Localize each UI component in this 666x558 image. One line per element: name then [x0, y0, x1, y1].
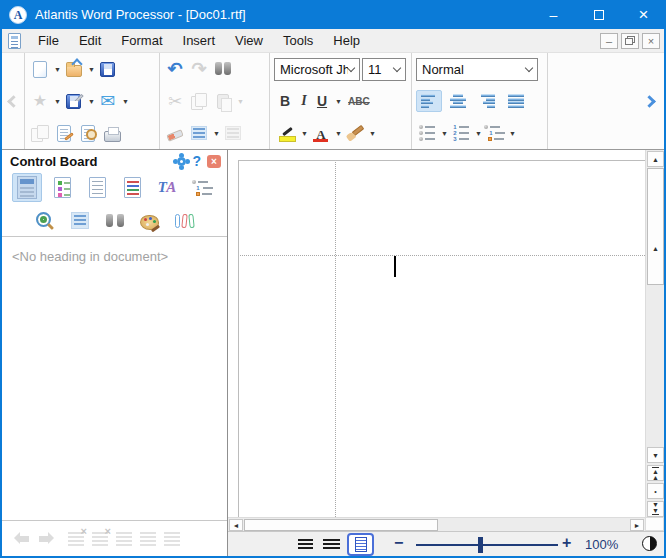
favorites-dropdown[interactable]: ▼ — [54, 98, 61, 105]
print-preview-button[interactable] — [77, 120, 99, 146]
font-color-dropdown[interactable]: ▼ — [335, 130, 342, 137]
previous-page-button[interactable]: ▲▲ — [647, 465, 664, 481]
select-all-headings-button[interactable] — [164, 532, 180, 546]
delete-heading-button[interactable] — [68, 532, 84, 546]
browse-object-button[interactable]: • — [647, 483, 664, 499]
headings-view-button[interactable] — [12, 173, 42, 202]
print-layout-view-button[interactable] — [347, 533, 374, 556]
format-painter-dropdown[interactable]: ▼ — [369, 130, 376, 137]
paragraph-format-button[interactable] — [188, 120, 210, 146]
fields-view-button[interactable] — [82, 173, 112, 202]
document-options-button[interactable] — [53, 120, 75, 146]
bullet-list-dropdown[interactable]: ▼ — [441, 130, 448, 137]
undo-button[interactable]: ↶ — [164, 56, 186, 82]
paste-special-button[interactable] — [222, 120, 244, 146]
zoom-slider-thumb[interactable] — [478, 537, 483, 553]
help-icon[interactable]: ? — [192, 153, 201, 169]
vertical-scrollbar[interactable]: ▲ ▲ ▼ ▲▲ • ▼▼ — [645, 150, 664, 531]
style-select[interactable]: Normal — [416, 58, 538, 81]
paste-button[interactable] — [212, 88, 234, 114]
horizontal-scrollbar[interactable]: ◄ ► — [228, 517, 645, 531]
new-document-button[interactable] — [29, 56, 51, 82]
mdi-restore-button[interactable] — [621, 33, 639, 49]
gear-icon[interactable] — [177, 157, 186, 166]
menu-item-file[interactable]: File — [28, 31, 69, 50]
styles-view-button[interactable] — [47, 173, 77, 202]
formatting-view-button[interactable] — [117, 173, 147, 202]
multilevel-list-dropdown[interactable]: ▼ — [509, 130, 516, 137]
numbered-list-dropdown[interactable]: ▼ — [475, 130, 482, 137]
highlight-dropdown[interactable]: ▼ — [301, 130, 308, 137]
open-dropdown[interactable]: ▼ — [88, 66, 95, 73]
redo-button[interactable]: ↷ — [188, 56, 210, 82]
web-view-button[interactable] — [323, 539, 340, 550]
format-painter-button[interactable] — [344, 120, 366, 146]
zoom-in-button[interactable]: + — [562, 534, 571, 552]
email-dropdown[interactable]: ▼ — [122, 98, 129, 105]
zoom-out-button[interactable]: − — [394, 534, 403, 552]
toolbar-overflow-right[interactable] — [634, 53, 664, 149]
documents-panel-button[interactable] — [29, 120, 51, 146]
select-heading-button[interactable] — [140, 532, 156, 546]
scroll-down-button[interactable]: ▼ — [647, 447, 664, 463]
paragraph-tool-button[interactable] — [65, 206, 95, 235]
align-center-button[interactable] — [445, 90, 471, 112]
back-button[interactable] — [8, 532, 30, 545]
paste-dropdown[interactable]: ▼ — [237, 98, 244, 105]
clips-tool-button[interactable] — [170, 206, 200, 235]
find-button[interactable] — [212, 56, 234, 82]
align-left-button[interactable] — [416, 90, 442, 112]
align-right-button[interactable] — [474, 90, 500, 112]
strikethrough-button[interactable]: ABC — [348, 88, 370, 114]
fonts-view-button[interactable]: TA — [152, 173, 182, 202]
menu-item-tools[interactable]: Tools — [273, 31, 323, 50]
colors-tool-button[interactable] — [135, 206, 165, 235]
open-button[interactable] — [63, 56, 85, 82]
close-button[interactable]: × — [621, 0, 666, 29]
toolbar-overflow-left[interactable] — [2, 53, 25, 149]
font-size-select[interactable]: 11 — [362, 58, 406, 81]
clear-formatting-button[interactable] — [164, 120, 186, 146]
highlight-button[interactable] — [276, 120, 298, 146]
maximize-button[interactable] — [576, 0, 621, 29]
menu-item-help[interactable]: Help — [323, 31, 370, 50]
document-system-icon[interactable] — [8, 33, 21, 49]
next-page-button[interactable]: ▼▼ — [647, 501, 664, 517]
underline-dropdown[interactable]: ▼ — [335, 98, 342, 105]
document-view[interactable] — [228, 150, 645, 517]
scroll-left-button[interactable]: ◄ — [229, 519, 243, 531]
copy-button[interactable] — [188, 88, 210, 114]
numbered-list-button[interactable]: 1 2 3 — [450, 120, 472, 146]
hscroll-thumb[interactable] — [244, 519, 438, 531]
contrast-toggle-button[interactable] — [642, 536, 657, 551]
scroll-up-button[interactable]: ▲ — [647, 151, 664, 167]
forward-button[interactable] — [38, 532, 60, 545]
save-as-button[interactable] — [63, 88, 85, 114]
email-button[interactable]: ✉ — [97, 88, 119, 114]
menu-item-view[interactable]: View — [225, 31, 273, 50]
vscroll-thumb[interactable]: ▲ — [647, 168, 664, 285]
find-tool-button[interactable] — [100, 206, 130, 235]
mdi-close-button[interactable]: × — [642, 33, 660, 49]
align-justify-button[interactable] — [503, 90, 529, 112]
multilevel-list-button[interactable]: 1 — [484, 120, 506, 146]
delete-subheadings-button[interactable] — [92, 532, 108, 546]
underline-button[interactable]: U — [316, 88, 328, 114]
cut-button[interactable]: ✂ — [164, 88, 186, 114]
close-panel-icon[interactable]: × — [207, 155, 221, 168]
menu-item-insert[interactable]: Insert — [173, 31, 226, 50]
menu-item-edit[interactable]: Edit — [69, 31, 111, 50]
minimize-button[interactable]: – — [531, 0, 576, 29]
favorites-button[interactable]: ★ — [29, 88, 51, 114]
menu-item-format[interactable]: Format — [111, 31, 172, 50]
numbering-view-button[interactable]: 1 — [187, 173, 217, 202]
draft-view-button[interactable] — [298, 539, 313, 550]
new-document-dropdown[interactable]: ▼ — [54, 66, 61, 73]
save-button[interactable] — [97, 56, 119, 82]
bold-button[interactable]: B — [278, 88, 292, 114]
font-color-button[interactable]: A — [310, 120, 332, 146]
zoom-slider[interactable] — [416, 544, 558, 546]
scroll-right-button[interactable]: ► — [630, 519, 644, 531]
demote-heading-button[interactable] — [116, 532, 132, 546]
paragraph-format-dropdown[interactable]: ▼ — [213, 130, 220, 137]
